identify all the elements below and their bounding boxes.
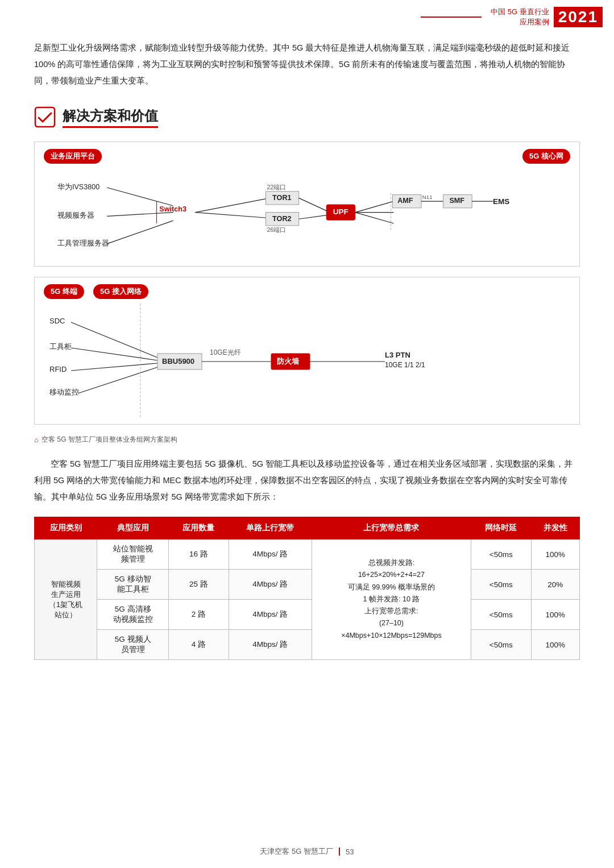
svg-line-40 xyxy=(78,367,157,393)
svg-text:BBU5900: BBU5900 xyxy=(162,357,194,366)
section-heading: 解决方案和价值 xyxy=(34,106,580,128)
col-concurrency: 并发性 xyxy=(531,517,579,539)
col-type: 应用类别 xyxy=(35,517,97,539)
row3-app: 5G 高清移动视频监控 xyxy=(97,600,169,630)
svg-text:Switch3: Switch3 xyxy=(159,205,186,213)
svg-line-21 xyxy=(355,201,394,212)
upper-tag-row: 业务应用平台 5G 核心网 xyxy=(44,149,570,164)
tag-core: 5G 核心网 xyxy=(522,149,570,164)
svg-text:L3 PTN: L3 PTN xyxy=(385,351,410,359)
row2-latency: <50ms xyxy=(471,570,531,600)
footer-left: 天津空客 5G 智慧工厂 xyxy=(260,846,333,857)
tag-platform: 业务应用平台 xyxy=(44,149,102,164)
footer-page: 53 xyxy=(346,848,354,856)
row2-concurrency: 20% xyxy=(531,570,579,600)
svg-line-6 xyxy=(107,221,173,244)
row2-bw: 4Mbps/ 路 xyxy=(229,570,312,600)
col-count: 应用数量 xyxy=(169,517,229,539)
body-para: 空客 5G 智慧工厂项目应用终端主要包括 5G 摄像机、5G 智能工具柜以及移动… xyxy=(34,456,580,505)
col-single-bw: 单路上行宽带 xyxy=(229,517,312,539)
svg-text:AMF: AMF xyxy=(397,197,413,205)
caption-icon: ⌂ xyxy=(34,436,38,444)
svg-text:TOR1: TOR1 xyxy=(272,194,291,202)
row3-count: 2 路 xyxy=(169,600,229,630)
svg-line-4 xyxy=(107,188,173,206)
header-year: 2021 xyxy=(554,7,603,27)
header-title: 中国 5G 垂直行业 应用案例 xyxy=(491,7,549,27)
row4-latency: <50ms xyxy=(471,630,531,660)
svg-line-9 xyxy=(195,198,267,212)
upper-svg: 华为IVS3800 视频服务器 工具管理服务器 Switch3 22端口 TOR… xyxy=(44,168,578,259)
upper-arch-diagram: 业务应用平台 5G 核心网 华为IVS3800 视频服务器 工具管理服务器 Sw… xyxy=(34,142,580,267)
svg-text:N11: N11 xyxy=(422,194,433,200)
row3-concurrency: 100% xyxy=(531,600,579,630)
svg-text:26端口: 26端口 xyxy=(267,226,286,233)
lower-svg: SDC 工具柜 RFID 移动监控 BBU5900 10GE光纤 防火墙 xyxy=(44,304,578,417)
col-typical: 典型应用 xyxy=(97,517,169,539)
svg-text:SMF: SMF xyxy=(449,197,464,205)
tag-terminal: 5G 终端 xyxy=(44,284,84,299)
row1-concurrency: 100% xyxy=(531,539,579,570)
intro-text: 足新型工业化升级网络需求，赋能制造业转型升级等能力优势。其中 5G 最大特征是推… xyxy=(34,40,580,89)
svg-text:工具柜: 工具柜 xyxy=(49,342,72,351)
header-line xyxy=(421,16,482,18)
svg-text:SDC: SDC xyxy=(49,317,65,325)
section-title: 解决方案和价值 xyxy=(63,107,158,128)
col-total-bw: 上行宽带总需求 xyxy=(312,517,471,539)
page-footer: 天津空客 5G 智慧工厂 53 xyxy=(0,846,614,857)
lower-arch-diagram: 5G 终端 5G 接入网络 SDC 工具柜 RFID 移动监控 BBU5900 … xyxy=(34,277,580,425)
svg-line-37 xyxy=(71,322,157,358)
row1-latency: <50ms xyxy=(471,539,531,570)
header: 中国 5G 垂直行业 应用案例 2021 xyxy=(421,0,614,34)
lower-tag-row: 5G 终端 5G 接入网络 xyxy=(44,284,570,299)
row4-count: 4 路 xyxy=(169,630,229,660)
svg-line-38 xyxy=(71,348,157,360)
svg-text:10GE 1/1 2/1: 10GE 1/1 2/1 xyxy=(385,361,425,369)
row1-bw: 4Mbps/ 路 xyxy=(229,539,312,570)
svg-text:10GE光纤: 10GE光纤 xyxy=(210,348,241,356)
svg-line-18 xyxy=(299,215,327,219)
caption-text: 空客 5G 智慧工厂项目整体业务组网方案架构 xyxy=(42,435,177,445)
svg-line-17 xyxy=(299,198,327,211)
row4-concurrency: 100% xyxy=(531,630,579,660)
row3-latency: <50ms xyxy=(471,600,531,630)
row2-app: 5G 移动智能工具柜 xyxy=(97,570,169,600)
row1-app: 站位智能视频管理 xyxy=(97,539,169,570)
total-demand-cell: 总视频并发路: 16+25×20%+2+4=27 可满足 99.99% 概率场景… xyxy=(312,539,471,660)
merged-category: 智能视频生产运用（1架飞机站位） xyxy=(35,539,97,660)
row4-bw: 4Mbps/ 路 xyxy=(229,630,312,660)
svg-text:防火墙: 防火墙 xyxy=(277,357,300,366)
svg-text:移动监控: 移动监控 xyxy=(49,388,79,396)
row4-app: 5G 视频人员管理 xyxy=(97,630,169,660)
svg-text:视频服务器: 视频服务器 xyxy=(57,211,94,219)
row2-count: 25 路 xyxy=(169,570,229,600)
svg-text:EMS: EMS xyxy=(493,197,509,206)
svg-text:RFID: RFID xyxy=(49,365,67,373)
bandwidth-table: 应用类别 典型应用 应用数量 单路上行宽带 上行宽带总需求 网络时延 并发性 智… xyxy=(34,517,580,660)
svg-text:UPF: UPF xyxy=(333,207,349,216)
svg-text:22端口: 22端口 xyxy=(267,184,286,190)
svg-line-23 xyxy=(355,213,394,223)
col-latency: 网络时延 xyxy=(471,517,531,539)
section-icon xyxy=(34,106,56,128)
tag-access: 5G 接入网络 xyxy=(93,284,148,299)
svg-text:华为IVS3800: 华为IVS3800 xyxy=(57,183,99,191)
svg-text:TOR2: TOR2 xyxy=(272,215,291,223)
diagram-caption: ⌂ 空客 5G 智慧工厂项目整体业务组网方案架构 xyxy=(34,435,580,445)
row3-bw: 4Mbps/ 路 xyxy=(229,600,312,630)
footer-divider xyxy=(339,848,340,855)
row1-count: 16 路 xyxy=(169,539,229,570)
svg-text:工具管理服务器: 工具管理服务器 xyxy=(57,239,109,247)
svg-line-10 xyxy=(195,213,267,218)
svg-line-39 xyxy=(71,363,157,371)
